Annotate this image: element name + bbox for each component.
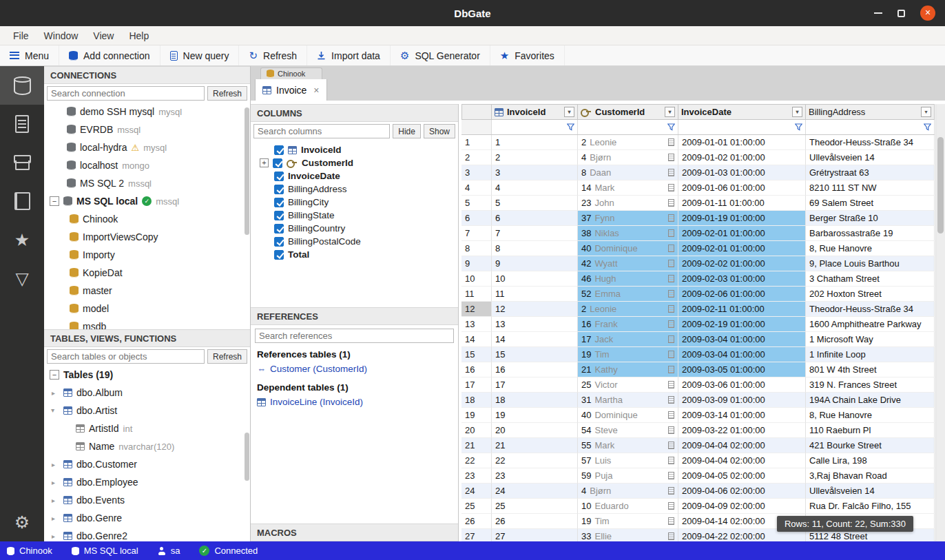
chevron-icon[interactable]: ▸ <box>52 515 55 522</box>
connection-item[interactable]: demo SSH mysql mysql <box>44 103 250 121</box>
cell-billingaddress[interactable]: Barbarossastraße 19 <box>806 226 935 241</box>
open-referenced-record-icon[interactable] <box>668 275 674 282</box>
open-referenced-record-icon[interactable] <box>668 169 674 176</box>
reference-link-customer[interactable]: ⇔ Customer (CustomerId) <box>255 362 454 376</box>
menu-view[interactable]: View <box>85 28 121 44</box>
row-number-cell[interactable]: 25 <box>461 499 492 514</box>
cell-customerid[interactable]: 25 Victor <box>578 377 678 393</box>
column-checkbox[interactable] <box>274 250 284 260</box>
table-tree-item[interactable]: ▸ dbo.Artist <box>44 402 250 419</box>
open-referenced-record-icon[interactable] <box>668 184 674 191</box>
show-column-button[interactable]: Show <box>424 124 455 138</box>
cell-invoiceid[interactable]: 8 <box>492 241 578 256</box>
cell-invoicedate[interactable]: 2009-03-14 01:00:00 <box>678 408 806 423</box>
cell-invoiceid[interactable]: 3 <box>492 165 578 180</box>
header-invoicedate[interactable]: InvoiceDate ▾ <box>678 104 806 120</box>
scrollbar-thumb[interactable] <box>245 433 249 481</box>
cell-invoicedate[interactable]: 2009-01-03 01:00:00 <box>678 165 806 180</box>
row-number-cell[interactable]: 15 <box>461 347 492 362</box>
chevron-icon[interactable]: ▸ <box>52 389 55 397</box>
cell-invoicedate[interactable]: 2009-01-02 01:00:00 <box>678 150 806 165</box>
cell-invoiceid[interactable]: 14 <box>492 332 578 347</box>
cell-customerid[interactable]: 46 Hugh <box>578 271 678 287</box>
row-number-cell[interactable]: 5 <box>461 196 492 211</box>
cell-customerid[interactable]: 10 Eduardo <box>578 499 678 514</box>
cell-invoicedate[interactable]: 2009-01-19 01:00:00 <box>678 211 806 226</box>
column-item[interactable]: InvoiceDate <box>251 169 458 183</box>
rail-connections-button[interactable] <box>0 66 44 105</box>
column-checkbox[interactable] <box>274 185 284 194</box>
column-item[interactable]: BillingPostalCode <box>251 235 458 248</box>
rail-favorites-button[interactable]: ★ <box>0 220 44 259</box>
connection-item[interactable]: master <box>44 282 250 300</box>
row-number-cell[interactable]: 13 <box>461 317 492 332</box>
row-number-cell[interactable]: 18 <box>461 393 492 408</box>
open-referenced-record-icon[interactable] <box>668 305 674 313</box>
open-referenced-record-icon[interactable] <box>668 154 674 161</box>
open-referenced-record-icon[interactable] <box>668 245 674 252</box>
row-number-cell[interactable]: 23 <box>461 468 492 484</box>
cell-invoiceid[interactable]: 17 <box>492 377 578 393</box>
rail-archive-button[interactable] <box>0 143 44 182</box>
filter-invoicedate-input[interactable] <box>680 121 793 134</box>
cell-customerid[interactable]: 2 Leonie <box>578 302 678 317</box>
column-checkbox[interactable] <box>274 198 284 207</box>
cell-invoicedate[interactable]: 2009-04-06 02:00:00 <box>678 484 806 499</box>
cell-invoicedate[interactable]: 2009-03-04 01:00:00 <box>678 347 806 362</box>
cell-customerid[interactable]: 33 Ellie <box>578 529 678 541</box>
rail-plugins-button[interactable] <box>0 182 44 220</box>
row-number-cell[interactable]: 27 <box>461 529 492 541</box>
connection-item[interactable]: local-hydra ⚠ mysql <box>44 138 250 156</box>
row-number-cell[interactable]: 12 <box>461 302 492 317</box>
cell-billingaddress[interactable]: Calle Lira, 198 <box>806 453 935 468</box>
open-referenced-record-icon[interactable] <box>668 472 674 479</box>
cell-customerid[interactable]: 38 Niklas <box>578 226 678 241</box>
column-item[interactable]: BillingCity <box>251 196 458 209</box>
cell-billingaddress[interactable]: 110 Raeburn Pl <box>806 423 935 438</box>
cell-customerid[interactable]: 4 Bjørn <box>578 150 678 165</box>
connections-refresh-button[interactable]: Refresh <box>207 86 247 101</box>
menu-button[interactable]: Menu <box>0 45 59 65</box>
column-checkbox[interactable] <box>274 224 284 234</box>
tab-close-icon[interactable]: × <box>313 85 319 96</box>
cell-invoicedate[interactable]: 2009-02-11 01:00:00 <box>678 302 806 317</box>
row-number-cell[interactable]: 11 <box>461 287 492 302</box>
table-tree-item[interactable]: ▸ dbo.Events <box>44 491 250 509</box>
cell-invoiceid[interactable]: 26 <box>492 514 578 529</box>
cell-invoiceid[interactable]: 6 <box>492 211 578 226</box>
table-tree-item[interactable]: ▸ dbo.Employee <box>44 473 250 491</box>
open-referenced-record-icon[interactable] <box>668 260 674 267</box>
cell-invoiceid[interactable]: 23 <box>492 468 578 484</box>
open-referenced-record-icon[interactable] <box>668 487 674 495</box>
close-icon[interactable]: × <box>920 6 935 21</box>
cell-customerid[interactable]: 59 Puja <box>578 468 678 484</box>
connection-item[interactable]: − MS SQL local ✓ mssql <box>44 192 250 210</box>
grid-vertical-scrollbar[interactable] <box>935 104 945 541</box>
connection-item[interactable]: Importy <box>44 246 250 264</box>
open-referenced-record-icon[interactable] <box>668 199 674 207</box>
cell-customerid[interactable]: 55 Mark <box>578 438 678 453</box>
cell-customerid[interactable]: 42 Wyatt <box>578 256 678 271</box>
cell-billingaddress[interactable]: 1 Microsoft Way <box>806 332 935 347</box>
search-tables-input[interactable] <box>47 349 205 364</box>
minimize-icon[interactable] <box>874 12 882 14</box>
cell-invoicedate[interactable]: 2009-02-02 01:00:00 <box>678 256 806 271</box>
cell-billingaddress[interactable]: 319 N. Frances Street <box>806 377 935 393</box>
connection-item[interactable]: Chinook <box>44 210 250 228</box>
cell-customerid[interactable]: 40 Dominique <box>578 408 678 423</box>
cell-invoiceid[interactable]: 20 <box>492 423 578 438</box>
cell-billingaddress[interactable]: 8, Rue Hanovre <box>806 408 935 423</box>
cell-invoicedate[interactable]: 2009-01-11 01:00:00 <box>678 196 806 211</box>
column-checkbox[interactable] <box>274 237 284 247</box>
cell-invoicedate[interactable]: 2009-02-01 01:00:00 <box>678 241 806 256</box>
dependent-link-invoiceline[interactable]: InvoiceLine (InvoiceId) <box>255 395 454 409</box>
row-number-cell[interactable]: 4 <box>461 180 492 196</box>
open-referenced-record-icon[interactable] <box>668 426 674 434</box>
cell-invoicedate[interactable]: 2009-04-04 02:00:00 <box>678 453 806 468</box>
search-references-input[interactable] <box>255 329 454 343</box>
cell-invoiceid[interactable]: 19 <box>492 408 578 423</box>
search-columns-input[interactable] <box>253 124 390 138</box>
row-number-cell[interactable]: 20 <box>461 423 492 438</box>
cell-invoicedate[interactable]: 2009-01-06 01:00:00 <box>678 180 806 196</box>
column-item[interactable]: InvoiceId <box>251 143 458 156</box>
